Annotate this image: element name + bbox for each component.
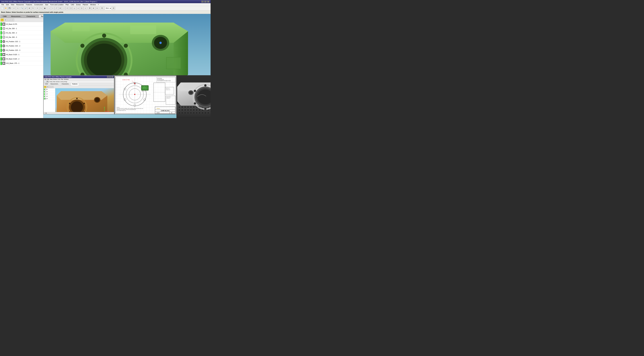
sub-tab-cmm[interactable]: CMM	[44, 83, 49, 86]
menu-view[interactable]: View	[10, 4, 15, 6]
sub-menu-plan[interactable]: Plan	[61, 79, 63, 80]
feature-item-1[interactable]: #3_Basic 8.375	[0, 22, 43, 26]
tb-circle[interactable]: ○	[48, 7, 51, 10]
tab-cmm[interactable]: CMM	[0, 15, 9, 18]
maximize-button[interactable]: □	[204, 1, 206, 3]
feature-item-10[interactable]: #10_Basic .375 - 1	[0, 61, 43, 65]
menu-file[interactable]: File	[0, 4, 5, 6]
sub-menu-edit[interactable]: Edit	[47, 79, 49, 80]
menu-plan[interactable]: Plan	[65, 4, 70, 6]
sub-panel-edit[interactable]: ✏	[46, 86, 49, 88]
feature-item-5[interactable]: #6_Position .015 - 1	[0, 39, 43, 44]
tb-slot[interactable]: ▭	[76, 7, 80, 10]
menu-size[interactable]: Size	[44, 4, 49, 6]
sub-maximize[interactable]: □	[109, 76, 111, 78]
tb-redo[interactable]: ↪	[16, 7, 20, 10]
tb-sphere[interactable]: ◯	[69, 7, 72, 10]
tb-rotate[interactable]: ↻	[31, 7, 35, 10]
menu-resources[interactable]: Resources	[15, 4, 25, 6]
sub-tab-feat[interactable]: Features	[71, 83, 79, 86]
tb-new[interactable]: 📄	[0, 7, 4, 10]
sub-panel-down[interactable]: ↓	[49, 86, 51, 88]
sub-menu-view[interactable]: View	[50, 79, 52, 80]
close-button[interactable]: ✕	[207, 1, 210, 3]
sub-menu-extras[interactable]: Extras	[53, 79, 57, 80]
tab-measurement[interactable]: Measuremen...	[9, 15, 24, 18]
photo-svg	[176, 75, 210, 118]
tb-save[interactable]: 💾	[8, 7, 11, 10]
menu-window[interactable]: Window	[90, 4, 97, 6]
tb-select[interactable]: ▣	[43, 7, 46, 10]
tb-probe-ctrl[interactable]: 🎛	[88, 7, 92, 10]
sub-panel-up[interactable]: ↑	[51, 86, 54, 88]
feature-item-3[interactable]: #5_Dia .350 - 2	[0, 31, 43, 35]
tb-settings[interactable]: ⚙	[112, 7, 115, 10]
sub-tb-2[interactable]: 💾	[46, 81, 49, 83]
sub-minimize[interactable]: ─	[107, 76, 109, 78]
panel-pin[interactable]: P	[0, 19, 4, 22]
feature-item-2[interactable]: #5_Dia .350 - 1	[0, 26, 43, 31]
tab-features[interactable]: Features	[39, 15, 44, 18]
viewport-3d[interactable]: Z Y X CALYPSO 2021 Offline Planner Copyr…	[44, 14, 210, 118]
panel-down[interactable]: ↓	[8, 19, 11, 22]
menu-construction[interactable]: Construction	[33, 4, 44, 6]
probe-size-select[interactable]: 3mm 1mm 5mm	[104, 7, 112, 10]
svg-rect-20	[3, 58, 4, 60]
feature-status-5	[0, 40, 2, 43]
tb-pencil[interactable]: ✏	[36, 7, 39, 10]
sub-menu-cad[interactable]: CAD	[58, 79, 60, 80]
minimize-button[interactable]: ─	[201, 1, 204, 3]
menu-planner[interactable]: Planner	[82, 4, 89, 6]
svg-point-170	[178, 112, 180, 114]
sub-feat-4[interactable]: #5	[44, 95, 55, 98]
tb-line[interactable]: ╱	[55, 7, 58, 10]
tb-cone[interactable]: △	[73, 7, 76, 10]
tb-cylinder[interactable]: ⬡	[66, 7, 69, 10]
sub-radio[interactable]	[44, 113, 46, 114]
feature-label-6: #6_Position .015 - 2	[6, 45, 20, 47]
sub-3d-view[interactable]	[55, 88, 114, 114]
menu-extras[interactable]: Extras	[75, 4, 82, 6]
menu-edit[interactable]: Edit	[5, 4, 10, 6]
tb-plane[interactable]: ⬜	[62, 7, 65, 10]
tb-undo[interactable]: ↩	[12, 7, 16, 10]
menu-features[interactable]: Features	[25, 4, 33, 6]
tb-perp[interactable]: ⊥	[84, 7, 87, 10]
svg-point-99	[134, 94, 135, 95]
tb-zoom-fit[interactable]: ⊞	[28, 7, 31, 10]
feature-item-9[interactable]: #8_Basic 5.625 - 2	[0, 57, 43, 61]
menu-help[interactable]: ?	[97, 4, 100, 6]
sub-tb-1[interactable]: 📄	[44, 81, 46, 83]
feature-item-6[interactable]: #6_Position .015 - 2	[0, 44, 43, 48]
feature-icon-1	[2, 23, 5, 26]
sub-tab-char[interactable]: Characterist...	[60, 83, 71, 86]
tb-zoom-in[interactable]: 🔍	[20, 7, 24, 10]
menu-cad[interactable]: CAD	[70, 4, 75, 6]
sub-feat-1[interactable]: + #3	[44, 88, 55, 91]
feature-item-7[interactable]: #6_Position .015 - 3	[0, 48, 43, 52]
tb-open[interactable]: 📂	[4, 7, 8, 10]
sub-panel-pin[interactable]: P	[44, 86, 46, 88]
panel-edit[interactable]: ✏	[4, 19, 7, 22]
tab-characteristics[interactable]: Characterist...	[24, 15, 38, 18]
feature-status-3	[0, 31, 2, 35]
feature-item-4[interactable]: #5_Dia .350 - 3	[0, 35, 43, 39]
svg-point-66	[69, 103, 70, 104]
sub-tab-meas[interactable]: Measuremen...	[49, 83, 60, 86]
tb-probe-a[interactable]: ⊕	[92, 7, 95, 10]
feature-item-8[interactable]: #8_Basic 5.625 - 1	[0, 52, 43, 57]
tb-point[interactable]: •	[51, 7, 54, 10]
tb-cursor[interactable]: ↖	[39, 7, 43, 10]
tb-probe-b[interactable]: ⊙	[95, 7, 99, 10]
tb-arc[interactable]: ◔	[58, 7, 62, 10]
sub-feat-2[interactable]: #5	[44, 91, 55, 93]
sub-close[interactable]: ✕	[111, 76, 113, 78]
tb-zoom-out[interactable]: 🔎	[24, 7, 28, 10]
sub-menu-file[interactable]: File	[44, 79, 46, 80]
sub-feat-3[interactable]: #5	[44, 93, 55, 95]
tb-parallel[interactable]: ∥	[80, 7, 84, 10]
panel-up[interactable]: ↑	[11, 19, 14, 22]
menu-form-location[interactable]: Form and Location	[50, 4, 64, 6]
sub-feat-5[interactable]: #6	[44, 98, 55, 100]
sub-menu-window[interactable]: Window	[64, 79, 68, 80]
